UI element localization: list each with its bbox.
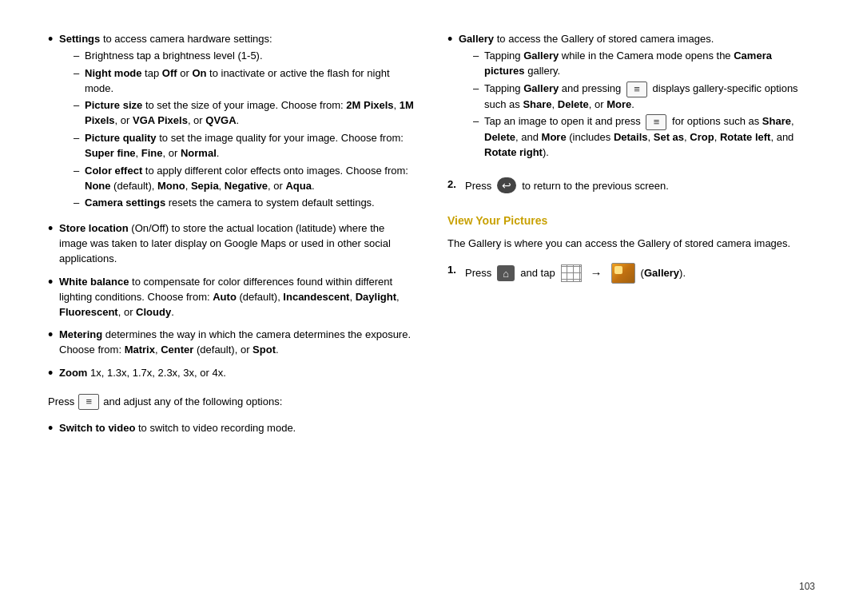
step-1-view-pictures: 1. Press and tap → (Gallery). [447,263,815,284]
back-icon [497,177,516,193]
press-suffix: and adjust any of the following options: [103,392,282,411]
step-2: 2. Press to return to the previous scree… [447,177,815,193]
press-icon-line: Press and adjust any of the following op… [48,392,416,411]
menu-icon-2 [626,81,647,97]
page-number: 103 [799,581,815,592]
bullet-switch-video: • Switch to video to switch to video rec… [48,421,416,438]
right-column: • Gallery to access the Gallery of store… [447,32,815,584]
grid-icon [561,264,582,282]
gallery-icon [611,263,635,284]
section-intro: The Gallery is where you can access the … [447,236,815,252]
bullet-metering: • Metering determines the way in which t… [48,328,416,358]
bullet-white-balance: • White balance to compensate for color … [48,275,416,320]
home-icon [497,265,515,281]
bullet-gallery: • Gallery to access the Gallery of store… [447,32,815,163]
bullet-zoom: • Zoom 1x, 1.3x, 1.7x, 2.3x, 3x, or 4x. [48,366,416,383]
menu-icon-3 [646,114,666,130]
step1-press-label: Press [465,267,491,279]
press-label: Press [48,392,74,411]
section-title-view-pictures: View Your Pictures [447,214,815,227]
arrow-icon: → [591,266,603,280]
step2-press-label: Press [465,180,491,192]
step2-suffix: to return to the previous screen. [522,180,669,192]
step1-suffix: (Gallery). [641,267,686,279]
bullet-settings: • Settings to access camera hardware set… [48,32,416,213]
menu-icon [78,394,99,410]
step1-and-tap: and tap [520,267,555,279]
page-container: • Settings to access camera hardware set… [0,0,863,616]
left-column: • Settings to access camera hardware set… [48,32,416,584]
bullet-store-location: • Store location (On/Off) to store the a… [48,221,416,267]
